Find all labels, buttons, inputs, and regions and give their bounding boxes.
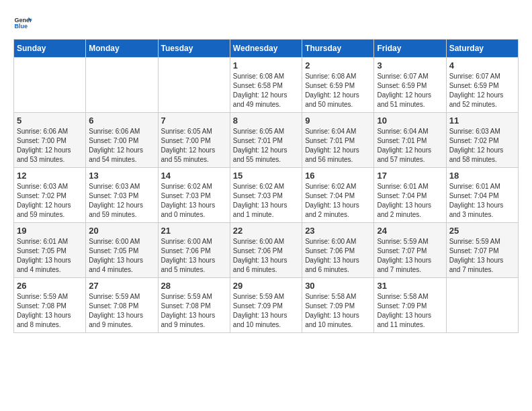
day-info: Sunrise: 5:59 AM Sunset: 7:08 PM Dayligh… [89, 292, 154, 330]
day-info: Sunrise: 6:01 AM Sunset: 7:04 PM Dayligh… [449, 182, 515, 220]
calendar-cell: 10Sunrise: 6:04 AM Sunset: 7:01 PM Dayli… [374, 113, 446, 168]
day-info: Sunrise: 6:05 AM Sunset: 7:00 PM Dayligh… [161, 127, 227, 165]
day-info: Sunrise: 6:02 AM Sunset: 7:03 PM Dayligh… [233, 182, 299, 220]
calendar-cell: 29Sunrise: 5:59 AM Sunset: 7:09 PM Dayli… [230, 278, 302, 333]
calendar-cell: 22Sunrise: 6:00 AM Sunset: 7:06 PM Dayli… [230, 223, 302, 278]
logo-icon: General Blue [13, 13, 32, 32]
day-number: 17 [377, 171, 443, 181]
day-info: Sunrise: 6:01 AM Sunset: 7:04 PM Dayligh… [377, 182, 443, 220]
calendar-cell: 17Sunrise: 6:01 AM Sunset: 7:04 PM Dayli… [374, 168, 446, 223]
day-number: 7 [161, 116, 227, 126]
day-info: Sunrise: 6:03 AM Sunset: 7:02 PM Dayligh… [17, 182, 83, 220]
calendar-week-row: 1Sunrise: 6:08 AM Sunset: 6:58 PM Daylig… [14, 58, 519, 113]
header-monday: Monday [86, 40, 158, 58]
calendar-cell: 23Sunrise: 6:00 AM Sunset: 7:06 PM Dayli… [302, 223, 374, 278]
calendar-cell: 5Sunrise: 6:06 AM Sunset: 7:00 PM Daylig… [14, 113, 86, 168]
header-thursday: Thursday [302, 40, 374, 58]
day-info: Sunrise: 5:59 AM Sunset: 7:07 PM Dayligh… [449, 237, 515, 275]
day-number: 10 [377, 116, 443, 126]
day-number: 2 [305, 60, 371, 71]
calendar-cell: 16Sunrise: 6:02 AM Sunset: 7:04 PM Dayli… [302, 168, 374, 223]
day-info: Sunrise: 6:06 AM Sunset: 7:00 PM Dayligh… [17, 127, 83, 165]
day-number: 13 [89, 171, 154, 181]
day-info: Sunrise: 6:07 AM Sunset: 6:59 PM Dayligh… [377, 72, 443, 109]
calendar-cell [86, 58, 158, 113]
day-number: 24 [377, 226, 443, 236]
day-info: Sunrise: 6:07 AM Sunset: 6:59 PM Dayligh… [449, 72, 515, 109]
calendar-cell: 1Sunrise: 6:08 AM Sunset: 6:58 PM Daylig… [230, 58, 302, 113]
calendar-week-row: 5Sunrise: 6:06 AM Sunset: 7:00 PM Daylig… [14, 113, 519, 168]
day-info: Sunrise: 6:04 AM Sunset: 7:01 PM Dayligh… [377, 127, 443, 165]
day-info: Sunrise: 6:08 AM Sunset: 6:58 PM Dayligh… [233, 72, 299, 109]
day-number: 23 [305, 226, 371, 236]
calendar-cell: 31Sunrise: 5:58 AM Sunset: 7:09 PM Dayli… [374, 278, 446, 333]
calendar-week-row: 19Sunrise: 6:01 AM Sunset: 7:05 PM Dayli… [14, 223, 519, 278]
day-number: 27 [89, 281, 154, 291]
day-info: Sunrise: 6:06 AM Sunset: 7:00 PM Dayligh… [89, 127, 154, 165]
calendar-cell: 14Sunrise: 6:02 AM Sunset: 7:03 PM Dayli… [158, 168, 230, 223]
page-header: General Blue [13, 13, 519, 32]
day-number: 25 [449, 226, 515, 236]
day-number: 9 [305, 116, 371, 126]
day-number: 30 [305, 281, 371, 291]
header-sunday: Sunday [14, 40, 86, 58]
calendar-cell: 30Sunrise: 5:58 AM Sunset: 7:09 PM Dayli… [302, 278, 374, 333]
calendar-cell: 21Sunrise: 6:00 AM Sunset: 7:06 PM Dayli… [158, 223, 230, 278]
header-saturday: Saturday [446, 40, 518, 58]
svg-text:Blue: Blue [14, 23, 28, 30]
day-info: Sunrise: 5:59 AM Sunset: 7:07 PM Dayligh… [377, 237, 443, 275]
calendar-cell: 25Sunrise: 5:59 AM Sunset: 7:07 PM Dayli… [446, 223, 518, 278]
calendar-cell [446, 278, 518, 333]
day-info: Sunrise: 6:02 AM Sunset: 7:03 PM Dayligh… [161, 182, 227, 220]
calendar-table: Sunday Monday Tuesday Wednesday Thursday… [13, 39, 519, 333]
day-number: 12 [17, 171, 83, 181]
calendar-cell: 3Sunrise: 6:07 AM Sunset: 6:59 PM Daylig… [374, 58, 446, 113]
day-info: Sunrise: 6:08 AM Sunset: 6:59 PM Dayligh… [305, 72, 371, 109]
day-number: 5 [17, 116, 83, 126]
day-info: Sunrise: 6:02 AM Sunset: 7:04 PM Dayligh… [305, 182, 371, 220]
day-number: 3 [377, 60, 443, 71]
day-info: Sunrise: 6:00 AM Sunset: 7:06 PM Dayligh… [233, 237, 299, 275]
calendar-cell: 12Sunrise: 6:03 AM Sunset: 7:02 PM Dayli… [14, 168, 86, 223]
calendar-cell: 24Sunrise: 5:59 AM Sunset: 7:07 PM Dayli… [374, 223, 446, 278]
day-number: 14 [161, 171, 227, 181]
calendar-cell: 9Sunrise: 6:04 AM Sunset: 7:01 PM Daylig… [302, 113, 374, 168]
header-tuesday: Tuesday [158, 40, 230, 58]
day-number: 4 [449, 60, 515, 71]
day-info: Sunrise: 5:58 AM Sunset: 7:09 PM Dayligh… [305, 292, 371, 330]
day-number: 1 [233, 60, 299, 71]
calendar-cell: 4Sunrise: 6:07 AM Sunset: 6:59 PM Daylig… [446, 58, 518, 113]
calendar-cell: 26Sunrise: 5:59 AM Sunset: 7:08 PM Dayli… [14, 278, 86, 333]
day-info: Sunrise: 6:00 AM Sunset: 7:05 PM Dayligh… [89, 237, 154, 275]
calendar-cell: 11Sunrise: 6:03 AM Sunset: 7:02 PM Dayli… [446, 113, 518, 168]
calendar-cell: 27Sunrise: 5:59 AM Sunset: 7:08 PM Dayli… [86, 278, 158, 333]
day-info: Sunrise: 6:03 AM Sunset: 7:03 PM Dayligh… [89, 182, 154, 220]
day-info: Sunrise: 6:00 AM Sunset: 7:06 PM Dayligh… [305, 237, 371, 275]
calendar-cell: 15Sunrise: 6:02 AM Sunset: 7:03 PM Dayli… [230, 168, 302, 223]
calendar-cell [14, 58, 86, 113]
calendar-cell: 19Sunrise: 6:01 AM Sunset: 7:05 PM Dayli… [14, 223, 86, 278]
calendar-week-row: 12Sunrise: 6:03 AM Sunset: 7:02 PM Dayli… [14, 168, 519, 223]
day-number: 11 [449, 116, 515, 126]
day-number: 18 [449, 171, 515, 181]
day-number: 22 [233, 226, 299, 236]
day-number: 19 [17, 226, 83, 236]
days-of-week-row: Sunday Monday Tuesday Wednesday Thursday… [14, 40, 519, 58]
day-number: 28 [161, 281, 227, 291]
day-number: 8 [233, 116, 299, 126]
day-info: Sunrise: 6:00 AM Sunset: 7:06 PM Dayligh… [161, 237, 227, 275]
day-info: Sunrise: 6:01 AM Sunset: 7:05 PM Dayligh… [17, 237, 83, 275]
calendar-cell: 8Sunrise: 6:05 AM Sunset: 7:01 PM Daylig… [230, 113, 302, 168]
calendar-cell [158, 58, 230, 113]
day-number: 26 [17, 281, 83, 291]
day-info: Sunrise: 6:03 AM Sunset: 7:02 PM Dayligh… [449, 127, 515, 165]
calendar-cell: 2Sunrise: 6:08 AM Sunset: 6:59 PM Daylig… [302, 58, 374, 113]
calendar-cell: 7Sunrise: 6:05 AM Sunset: 7:00 PM Daylig… [158, 113, 230, 168]
calendar-cell: 18Sunrise: 6:01 AM Sunset: 7:04 PM Dayli… [446, 168, 518, 223]
calendar-cell: 20Sunrise: 6:00 AM Sunset: 7:05 PM Dayli… [86, 223, 158, 278]
day-number: 16 [305, 171, 371, 181]
day-info: Sunrise: 6:04 AM Sunset: 7:01 PM Dayligh… [305, 127, 371, 165]
day-number: 6 [89, 116, 154, 126]
day-info: Sunrise: 5:59 AM Sunset: 7:09 PM Dayligh… [233, 292, 299, 330]
logo: General Blue [13, 13, 32, 32]
